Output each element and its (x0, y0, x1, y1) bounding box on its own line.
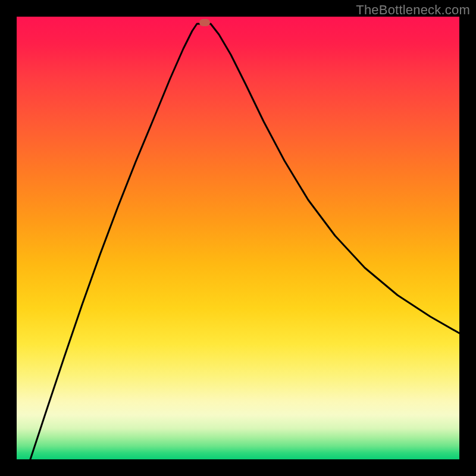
optimal-point-marker (199, 19, 210, 26)
plot-area (17, 17, 459, 459)
curve-path (30, 24, 459, 459)
chart-frame: TheBottleneck.com (0, 0, 476, 476)
bottleneck-curve (17, 17, 459, 459)
watermark-text: TheBottleneck.com (356, 2, 470, 18)
